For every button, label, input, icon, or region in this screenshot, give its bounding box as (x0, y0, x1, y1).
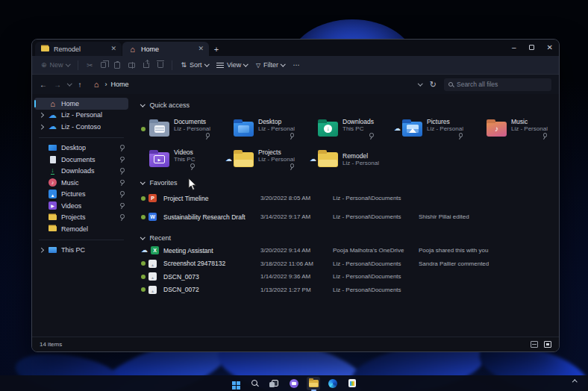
tray-chevron-up-icon[interactable] (573, 373, 577, 387)
new-button-label: New (50, 61, 63, 69)
sidebar-item-desktop[interactable]: Desktop (34, 143, 128, 154)
tab-label: Remodel (54, 46, 81, 53)
pin-icon (541, 133, 548, 140)
toolbar-divider (172, 60, 172, 70)
delete-icon[interactable] (157, 62, 163, 68)
tab-home[interactable]: Home ✕ (122, 42, 209, 56)
recent-locations-icon[interactable] (67, 81, 72, 85)
file-row-dscn-0073[interactable]: DSCN_00731/14/2022 9:36 AMLiz - Personal… (141, 270, 554, 284)
sidebar-item-projects[interactable]: Projects (34, 212, 128, 224)
videos-icon (48, 201, 57, 210)
breadcrumb-item-home[interactable]: Home (111, 81, 129, 88)
file-location: Liz - Personal\Documents (333, 260, 419, 267)
details-view-icon[interactable] (531, 341, 538, 348)
new-button[interactable]: ⊕ New (41, 61, 69, 69)
quick-access-tile-desktop[interactable]: DesktopLiz - Personal (225, 113, 310, 144)
sort-button[interactable]: ⇅ Sort (181, 61, 208, 69)
new-tab-button[interactable]: + (210, 42, 223, 56)
file-date: 1/13/2022 1:27 PM (260, 287, 333, 293)
quick-access-tile-pictures[interactable]: ☁PicturesLiz - Personal (394, 113, 478, 144)
paste-icon[interactable] (114, 62, 120, 69)
section-header-recent[interactable]: Recent (141, 232, 554, 244)
search-input[interactable] (457, 81, 547, 88)
view-button[interactable]: View (216, 61, 248, 69)
folder-folder-icon (318, 152, 338, 167)
back-button[interactable]: ← (40, 81, 47, 89)
quick-access-tile-downloads[interactable]: ↓DownloadsThis PC (310, 113, 394, 144)
up-button[interactable]: ↑ (78, 81, 82, 89)
pin-icon (118, 179, 125, 186)
minimize-button[interactable]: – (512, 43, 516, 51)
close-button[interactable]: ✕ (547, 43, 553, 51)
sidebar-item-documents[interactable]: Documents (34, 154, 128, 166)
pin-icon (457, 133, 463, 140)
start-icon[interactable] (229, 377, 243, 390)
pin-icon (118, 145, 125, 151)
sidebar-item-this-pc[interactable]: This PC (34, 245, 128, 257)
share-icon[interactable] (143, 63, 149, 68)
sidebar-item-videos[interactable]: Videos (34, 200, 128, 212)
desktop-folder-icon (234, 122, 254, 137)
section-header-favorites[interactable]: Favorites (141, 177, 554, 189)
toolbar-divider (78, 60, 78, 70)
forward-button[interactable]: → (54, 81, 61, 89)
cut-icon[interactable]: ✂ (87, 61, 93, 69)
downloads-folder-icon: ↓ (318, 122, 338, 137)
tile-sublabel: Liz - Personal (343, 160, 379, 167)
file-row-project-timeline[interactable]: PProject Timeline3/20/2022 8:05 AMLiz - … (141, 189, 554, 207)
sort-button-label: Sort (190, 61, 202, 69)
address-dropdown-icon[interactable] (418, 81, 422, 85)
view-toggle-group (531, 341, 551, 348)
quick-access-tile-remodel[interactable]: ☁RemodelLiz - Personal (310, 144, 394, 175)
sidebar-item-music[interactable]: Music (34, 177, 128, 189)
sidebar-item-pictures[interactable]: Pictures (34, 189, 128, 201)
sidebar: HomeLiz - PersonalLiz - ContosoDesktopDo… (32, 94, 131, 337)
home-icon[interactable] (92, 80, 101, 90)
maximize-button[interactable] (529, 45, 534, 50)
status-bar: 14 items (32, 337, 559, 351)
address-bar: ← → ↑ › Home ↻ (32, 75, 559, 94)
tile-name: Remodel (343, 152, 379, 160)
task-view-icon[interactable] (268, 377, 281, 390)
quick-access-tile-documents[interactable]: DocumentsLiz - Personal (141, 113, 225, 144)
chevron-right-icon (38, 125, 44, 129)
file-row-dscn-0072[interactable]: DSCN_00721/13/2022 1:27 PMLiz - Personal… (141, 284, 554, 297)
sidebar-item-liz-contoso[interactable]: Liz - Contoso (34, 121, 128, 133)
store-icon[interactable] (345, 377, 359, 390)
tab-remodel[interactable]: Remodel ✕ (35, 42, 122, 56)
edge-icon[interactable] (326, 377, 340, 390)
quick-access-tile-videos[interactable]: ▶VideosThis PC (141, 144, 225, 175)
sidebar-item-remodel[interactable]: Remodel (34, 223, 128, 235)
chat-icon[interactable] (287, 377, 301, 390)
sidebar-item-home[interactable]: Home (34, 98, 128, 110)
sidebar-item-downloads[interactable]: Downloads (34, 166, 128, 178)
section-title: Recent (150, 234, 172, 242)
search-box[interactable] (444, 78, 551, 91)
file-location: Liz - Personal\Documents (333, 287, 419, 293)
refresh-icon[interactable]: ↻ (430, 80, 437, 90)
more-options-button[interactable]: ⋯ (293, 61, 300, 69)
file-row-meeting-assistant[interactable]: ☁XMeeting Assistant3/20/2022 9:14 AMPooj… (141, 244, 554, 257)
chevron-down-icon (140, 101, 145, 106)
quick-access-tile-music[interactable]: ♪MusicLiz - Personal (478, 113, 559, 144)
quick-access-tile-projects[interactable]: ☁ProjectsLiz - Personal (225, 144, 310, 175)
close-tab-icon[interactable]: ✕ (198, 46, 204, 52)
rename-icon[interactable] (128, 63, 135, 68)
file-row-sustainability-research-draft[interactable]: WSustainability Research Draft3/14/2022 … (141, 207, 554, 226)
file-row-screenshot-29478132[interactable]: Screenshot 294781323/18/2022 11:06 AMLiz… (141, 257, 554, 271)
file-explorer-icon[interactable] (307, 377, 320, 390)
documents-icon (48, 154, 57, 164)
desktop-icon (48, 143, 57, 153)
copy-icon[interactable] (101, 62, 106, 68)
chevron-down-icon (281, 61, 285, 66)
close-tab-icon[interactable]: ✕ (110, 46, 116, 52)
pin-icon (204, 133, 210, 140)
music-icon (48, 178, 57, 187)
search-icon[interactable] (248, 377, 262, 390)
section-header-quick-access[interactable]: Quick access (141, 99, 554, 111)
pin-icon (288, 163, 295, 170)
sidebar-item-liz-personal[interactable]: Liz - Personal (34, 110, 128, 122)
large-icons-view-icon[interactable] (544, 341, 551, 348)
filter-button[interactable]: ▽ Filter (256, 61, 285, 69)
mouse-cursor (188, 178, 197, 191)
